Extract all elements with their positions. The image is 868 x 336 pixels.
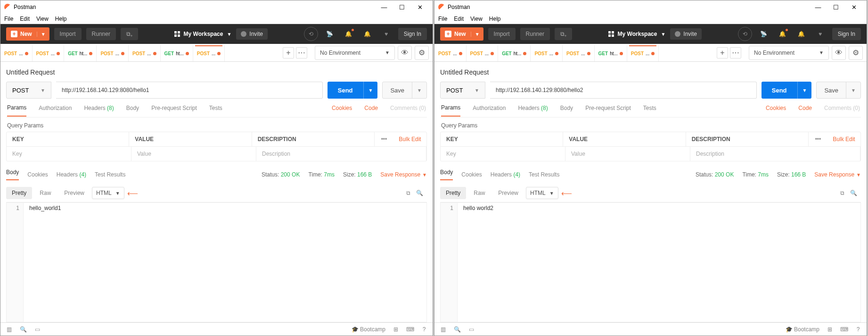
- keyboard-icon[interactable]: ⌨: [840, 326, 848, 333]
- menu-edit[interactable]: Edit: [20, 16, 30, 22]
- environment-select[interactable]: No Environment▼: [315, 46, 395, 60]
- copy-icon[interactable]: ⧉: [406, 190, 410, 196]
- runner-button[interactable]: Runner: [520, 28, 550, 40]
- response-text[interactable]: hello_world1: [24, 203, 66, 322]
- tab-tests[interactable]: Tests: [209, 100, 222, 116]
- tab-prerequest[interactable]: Pre-request Script: [151, 100, 197, 116]
- bulk-edit-link[interactable]: Bulk Edit: [827, 132, 860, 146]
- cookies-link[interactable]: Cookies: [766, 105, 786, 111]
- view-preview[interactable]: Preview: [58, 187, 90, 199]
- response-text[interactable]: hello world2: [458, 203, 499, 322]
- menu-file[interactable]: File: [438, 16, 447, 22]
- pane-layout-icon[interactable]: ⊞: [392, 326, 400, 333]
- col-options[interactable]: •••: [809, 132, 827, 146]
- tab-authorization[interactable]: Authorization: [39, 100, 72, 116]
- resp-tab-cookies[interactable]: Cookies: [461, 171, 482, 178]
- sidebar-toggle-icon[interactable]: ▥: [439, 326, 447, 333]
- comments-link[interactable]: Comments (0): [390, 105, 426, 111]
- url-input[interactable]: http://192.168.140.129:8080/hello1: [56, 82, 323, 99]
- comments-link[interactable]: Comments (0): [824, 105, 860, 111]
- url-input[interactable]: http://192.168.140.129:8080/hello2: [490, 82, 757, 99]
- workspace-selector[interactable]: My Workspace▼: [174, 31, 232, 37]
- tab-options-button[interactable]: ⋯: [730, 47, 741, 59]
- import-button[interactable]: Import: [488, 28, 516, 40]
- sidebar-toggle-icon[interactable]: ▥: [5, 326, 13, 333]
- value-input[interactable]: Value: [131, 147, 256, 161]
- save-response-link[interactable]: Save Response ▼: [814, 171, 861, 178]
- tab-post[interactable]: POST...: [0, 45, 33, 61]
- maximize-button[interactable]: ☐: [393, 1, 411, 13]
- find-icon[interactable]: 🔍: [19, 326, 27, 333]
- tab-post-active[interactable]: POST...: [193, 45, 225, 61]
- tab-authorization[interactable]: Authorization: [473, 100, 506, 116]
- description-input[interactable]: Description: [690, 147, 860, 161]
- resp-tab-body[interactable]: Body: [6, 169, 19, 180]
- key-input[interactable]: Key: [7, 147, 131, 161]
- new-dropdown[interactable]: ▼: [37, 32, 49, 37]
- close-button[interactable]: ✕: [411, 1, 429, 13]
- menu-view[interactable]: View: [36, 16, 49, 22]
- view-pretty[interactable]: Pretty: [440, 187, 466, 199]
- tab-get[interactable]: GETht...: [161, 45, 193, 61]
- save-button[interactable]: Save▼: [382, 82, 427, 99]
- description-input[interactable]: Description: [256, 147, 426, 161]
- resp-tab-headers[interactable]: Headers (4): [57, 171, 86, 178]
- open-new-icon[interactable]: ⧉₊: [555, 28, 572, 40]
- sync-icon[interactable]: ⟲: [738, 27, 752, 41]
- import-button[interactable]: Import: [54, 28, 82, 40]
- minimize-button[interactable]: —: [809, 1, 827, 13]
- menu-help[interactable]: Help: [489, 16, 501, 22]
- method-select[interactable]: POST▼: [440, 82, 485, 99]
- settings-gear-icon[interactable]: ⚙: [415, 46, 429, 60]
- resp-tab-tests[interactable]: Test Results: [95, 171, 125, 178]
- signin-button[interactable]: Sign In: [832, 28, 861, 40]
- method-select[interactable]: POST▼: [6, 82, 51, 99]
- help-icon[interactable]: ?: [854, 326, 862, 333]
- format-select[interactable]: HTML▼: [92, 187, 124, 199]
- notifications-icon[interactable]: 🔔: [776, 27, 790, 41]
- tab-post[interactable]: POST...: [563, 45, 595, 61]
- new-button[interactable]: +New ▼: [440, 27, 483, 41]
- tab-get[interactable]: GETht...: [498, 45, 531, 61]
- find-icon[interactable]: 🔍: [453, 326, 461, 333]
- workspace-selector[interactable]: My Workspace▼: [608, 31, 666, 37]
- send-button[interactable]: Send▼: [762, 82, 812, 99]
- tab-params[interactable]: Params: [441, 100, 460, 117]
- menu-help[interactable]: Help: [55, 16, 67, 22]
- search-icon[interactable]: 🔍: [846, 190, 861, 196]
- save-button[interactable]: Save▼: [816, 82, 861, 99]
- send-dropdown[interactable]: ▼: [797, 82, 812, 99]
- resp-tab-body[interactable]: Body: [440, 169, 453, 180]
- new-tab-button[interactable]: +: [283, 47, 294, 59]
- new-dropdown[interactable]: ▼: [471, 32, 483, 37]
- tab-params[interactable]: Params: [7, 100, 26, 117]
- tab-get[interactable]: GETht...: [64, 45, 97, 61]
- menu-file[interactable]: File: [4, 16, 13, 22]
- send-dropdown[interactable]: ▼: [363, 82, 378, 99]
- tab-body[interactable]: Body: [560, 100, 573, 116]
- tab-post-active[interactable]: POST...: [627, 45, 659, 61]
- code-link[interactable]: Code: [364, 105, 378, 111]
- new-button[interactable]: +New ▼: [6, 27, 49, 41]
- satellite-icon[interactable]: 📡: [757, 27, 771, 41]
- pane-layout-icon[interactable]: ⊞: [826, 326, 834, 333]
- tab-options-button[interactable]: ⋯: [296, 47, 307, 59]
- copy-icon[interactable]: ⧉: [840, 190, 844, 196]
- view-raw[interactable]: Raw: [468, 187, 491, 199]
- save-response-link[interactable]: Save Response ▼: [380, 171, 427, 178]
- notifications-icon[interactable]: 🔔: [342, 27, 356, 41]
- tab-headers[interactable]: Headers (8): [518, 100, 548, 116]
- col-options[interactable]: •••: [375, 132, 393, 146]
- tab-prerequest[interactable]: Pre-request Script: [585, 100, 631, 116]
- sync-icon[interactable]: ⟲: [304, 27, 318, 41]
- tab-get[interactable]: GETht...: [595, 45, 627, 61]
- open-new-icon[interactable]: ⧉₊: [121, 28, 138, 40]
- new-tab-button[interactable]: +: [717, 47, 728, 59]
- close-button[interactable]: ✕: [845, 1, 863, 13]
- keyboard-icon[interactable]: ⌨: [406, 326, 414, 333]
- help-icon[interactable]: ?: [420, 326, 428, 333]
- view-raw[interactable]: Raw: [34, 187, 57, 199]
- runner-button[interactable]: Runner: [86, 28, 116, 40]
- bell-icon[interactable]: 🔔: [794, 27, 809, 41]
- tab-post[interactable]: POST...: [129, 45, 161, 61]
